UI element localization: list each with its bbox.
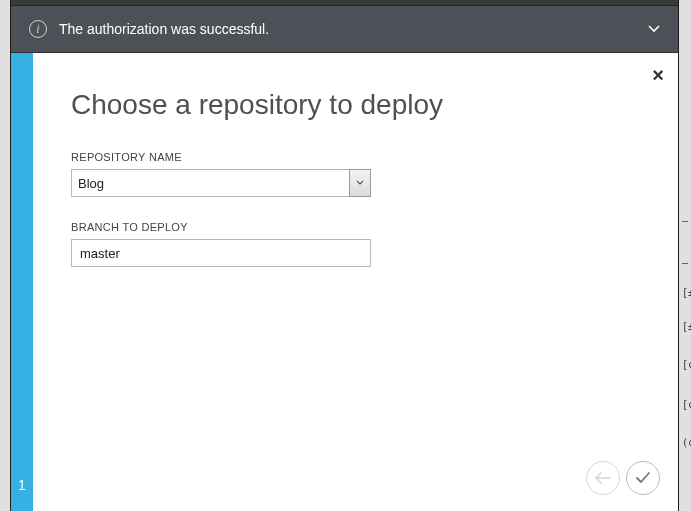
footer-buttons [586,461,660,495]
close-icon[interactable]: × [652,65,664,85]
notification-bar[interactable]: i The authorization was successful. [11,6,678,52]
notification-text: The authorization was successful. [59,21,648,37]
info-icon: i [29,20,47,38]
wizard-panel: × Choose a repository to deploy REPOSITO… [33,53,678,511]
confirm-button[interactable] [626,461,660,495]
repo-label: REPOSITORY NAME [71,151,646,163]
branch-label: BRANCH TO DEPLOY [71,221,646,233]
chevron-down-icon[interactable] [648,25,660,33]
repo-select-wrap: Blog [71,169,371,197]
branch-input[interactable] [71,239,371,267]
step-rail: 1 [11,53,33,511]
content-row: 1 × Choose a repository to deploy REPOSI… [11,53,678,511]
page-title: Choose a repository to deploy [71,89,646,121]
repo-select[interactable]: Blog [71,169,371,197]
right-gutter: – – [±] [±] [¢] [¢] (¢) [681,0,691,511]
back-button[interactable] [586,461,620,495]
step-number: 1 [11,477,33,493]
wizard-shell: i The authorization was successful. 1 × … [10,0,679,511]
